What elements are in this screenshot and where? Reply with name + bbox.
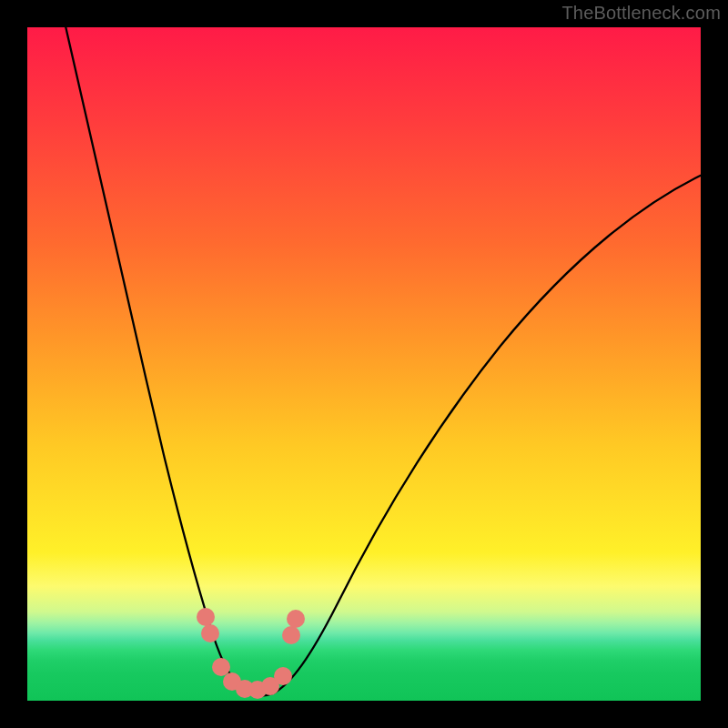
marker-dot xyxy=(274,667,292,685)
bottleneck-curve xyxy=(64,27,701,696)
plot-area xyxy=(27,27,701,701)
marker-dot xyxy=(287,610,305,628)
marker-dot xyxy=(212,658,230,676)
chart-frame: TheBottleneck.com xyxy=(0,0,728,728)
marker-dot xyxy=(282,626,300,644)
optimal-markers xyxy=(197,608,305,699)
marker-dot xyxy=(197,608,215,626)
marker-dot xyxy=(201,624,219,642)
curve-layer xyxy=(27,27,701,701)
attribution-label: TheBottleneck.com xyxy=(561,3,721,24)
